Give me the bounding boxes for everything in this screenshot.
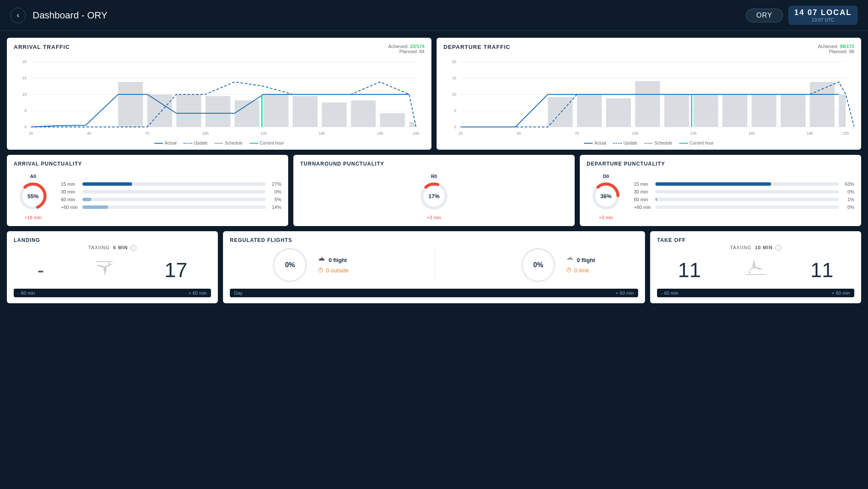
svg-rect-15	[176, 94, 201, 127]
dep-bar-15-fill	[655, 182, 771, 186]
departure-bars: 15 min 63% 30 min 0% 60 mi	[634, 181, 854, 212]
svg-rect-48	[606, 98, 631, 127]
arrival-bar-plus60: +60 min 14%	[61, 205, 281, 210]
landing-card: LANDING TAXIING 6 MIN i - 17	[7, 231, 218, 303]
regulated-right-pct: 0%	[533, 261, 543, 269]
departure-traffic-title: DEPARTURE TRAFFIC	[443, 44, 510, 50]
legend-schedule: Schedule	[214, 141, 243, 145]
departure-achieved-label: Achieved	[818, 44, 837, 49]
svg-text:7h: 7h	[145, 131, 149, 136]
landing-title: LANDING	[14, 237, 211, 243]
header: ‹ Dashboard - ORY ORY 14 07 LOCAL 13:07 …	[0, 0, 868, 31]
dep-bar-60: 60 min 1%	[634, 197, 854, 202]
arrival-chart-svg: 20 15 10 5 0	[14, 57, 425, 139]
departure-chart-container: 20 15 10 5 0	[443, 57, 854, 139]
svg-text:1h: 1h	[29, 131, 33, 136]
arrival-bar-60-label: 60 min	[61, 197, 79, 202]
svg-rect-50	[664, 94, 689, 127]
landing-content: - 17	[14, 254, 211, 285]
svg-rect-23	[409, 122, 416, 127]
svg-rect-56	[839, 94, 846, 127]
svg-text:22h: 22h	[843, 131, 849, 136]
svg-text:16h: 16h	[319, 131, 325, 136]
arrival-bar-plus60-track	[82, 205, 266, 209]
landing-taxiing-label: TAXIING 6 MIN i	[14, 245, 211, 251]
arrival-achieved-value: 22/174	[410, 44, 425, 49]
svg-text:10h: 10h	[202, 131, 209, 136]
arrival-chart-header: ARRIVAL TRAFFIC Achieved 22/174 Planned …	[14, 44, 425, 54]
svg-text:16h: 16h	[748, 131, 755, 136]
landing-plane-icon	[91, 254, 117, 285]
svg-text:19h: 19h	[807, 131, 813, 136]
dep-bar-60-track	[655, 198, 839, 201]
back-icon: ‹	[17, 11, 19, 20]
arrival-achieved-label: Achieved	[388, 44, 407, 49]
arrival-legend: Actual Update Schedule Current hour	[14, 141, 425, 145]
takeoff-footer-left: - 60 min	[661, 290, 678, 296]
turnaround-donut-wrap: R0 17% +3 min	[415, 174, 453, 220]
landing-info-icon2[interactable]: i	[130, 245, 136, 251]
reg-left-outside-count: 0 outside	[326, 267, 349, 274]
arrival-planned-value: 84	[419, 49, 425, 54]
regulated-right-flight: 0 flight	[566, 257, 595, 263]
regulated-plane-icon-left	[317, 257, 326, 263]
arrival-bar-15-fill	[82, 182, 132, 186]
departure-planned-value: 98	[849, 49, 854, 54]
main-content: ARRIVAL TRAFFIC Achieved 22/174 Planned …	[0, 31, 868, 310]
dep-bar-30-track	[655, 190, 839, 193]
regulated-flights-card: REGULATED FLIGHTS 0%	[223, 231, 645, 303]
arrival-bar-plus60-fill	[82, 205, 108, 209]
regulated-footer-right: + 60 min	[616, 290, 634, 296]
arrival-bar-15-track	[82, 182, 266, 186]
arrival-bar-60-pct: 5%	[269, 197, 281, 202]
dep-bar-plus60: +60 min 0%	[634, 205, 854, 210]
takeoff-card: TAKE OFF TAXIING 10 MIN i 11 11	[650, 231, 861, 303]
regulated-left-info: 0 flight ⏱ 0 outside	[317, 257, 349, 274]
svg-rect-53	[752, 94, 777, 127]
regulated-footer-left: Day	[234, 290, 243, 296]
dep-bar-15-track	[655, 182, 839, 186]
dep-legend-teal-line	[679, 143, 688, 144]
dep-bar-60-label: 60 min	[634, 197, 652, 202]
takeoff-footer-right: + 60 min	[832, 290, 850, 296]
departure-traffic-card: DEPARTURE TRAFFIC Achieved 98/172 Planne…	[437, 38, 861, 150]
departure-achieved-value: 98/172	[840, 44, 854, 49]
svg-text:0: 0	[24, 125, 27, 129]
arrival-traffic-card: ARRIVAL TRAFFIC Achieved 22/174 Planned …	[7, 38, 431, 150]
legend-update: Update	[184, 141, 208, 145]
dep-bar-30-label: 30 min	[634, 189, 652, 194]
svg-rect-14	[147, 94, 172, 127]
takeoff-info-icon2[interactable]: i	[775, 245, 781, 251]
svg-rect-75	[96, 261, 113, 262]
airport-code-badge[interactable]: ORY	[746, 9, 783, 22]
departure-punct-content: D0 36% +3 min 15 min 63%	[587, 174, 854, 220]
takeoff-title: TAKE OFF	[657, 237, 854, 243]
landing-left-value: -	[37, 258, 44, 282]
svg-rect-17	[235, 100, 259, 127]
turnaround-punct-code: R0	[431, 174, 437, 179]
page-title: Dashboard - ORY	[33, 10, 107, 21]
svg-text:19h: 19h	[377, 131, 383, 136]
svg-rect-22	[380, 113, 405, 127]
svg-rect-20	[322, 103, 347, 127]
back-button[interactable]: ‹	[10, 8, 26, 23]
takeoff-plane-icon	[743, 256, 769, 284]
turnaround-punct-content: R0 17% +3 min	[300, 174, 568, 220]
svg-text:10h: 10h	[632, 131, 639, 136]
punctuality-row: ARRIVAL PUNCTUALITY A0 55% +18 min 15 mi…	[7, 155, 861, 226]
departure-chart-svg: 20 15 10 5 0	[443, 57, 854, 139]
takeoff-plane-svg	[743, 256, 769, 282]
dep-bar-plus60-track	[655, 205, 839, 209]
legend-teal-line	[250, 143, 258, 144]
svg-text:10: 10	[452, 92, 456, 97]
dep-legend-current-hour: Current hour	[679, 141, 714, 145]
regulated-right-limit: ⏱ 0 limit	[566, 267, 595, 274]
legend-schedule-line	[214, 143, 223, 144]
svg-text:1h: 1h	[458, 131, 463, 136]
landing-footer: - 60 min + 60 min	[14, 289, 211, 297]
arrival-bar-15: 15 min 27%	[61, 181, 281, 187]
dep-legend-schedule: Schedule	[644, 141, 672, 145]
svg-text:15: 15	[452, 76, 456, 80]
takeoff-left-value: 11	[678, 258, 701, 282]
svg-rect-52	[723, 94, 747, 127]
